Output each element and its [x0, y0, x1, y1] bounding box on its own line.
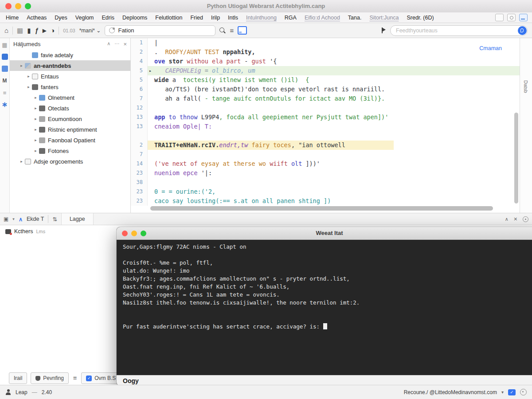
tree-item[interactable]: ▸an-eantndebs: [10, 60, 130, 71]
menu-item[interactable]: Dyes: [51, 15, 71, 21]
editor-lines: 1|2. ROOFY/AUNT TEST nppahity,4ove stor …: [131, 38, 520, 206]
search-input[interactable]: [390, 25, 528, 36]
account-label[interactable]: Recoune./ @LittedoMedinavnomst.com: [404, 389, 497, 395]
line-number: 12: [131, 103, 148, 113]
collapse-icon[interactable]: ∧: [505, 216, 509, 222]
tab-lagpe[interactable]: Lagpe: [61, 213, 94, 225]
menu-item[interactable]: Actheas: [23, 15, 51, 21]
terminal-content[interactable]: Sour,Gaps:flgmy 72AC nioms - Clapt on Cr…: [117, 240, 532, 375]
terminal-close-button[interactable]: [122, 231, 128, 236]
grid-icon[interactable]: ▦: [17, 27, 23, 34]
window-controls: [5, 3, 31, 9]
account-dropdown-icon[interactable]: ▾: [501, 390, 504, 395]
structure-icon[interactable]: [2, 66, 8, 72]
run-configuration-select[interactable]: Fation: [105, 25, 215, 36]
menu-item[interactable]: Irilp: [207, 15, 224, 21]
run-icon[interactable]: ▶: [43, 28, 47, 33]
bottom-tab-ovm-b-s[interactable]: ✓Ovm B.S: [81, 372, 121, 384]
code-text: [148, 150, 520, 159]
panel-left-label[interactable]: Ekde T: [27, 216, 44, 222]
home-icon[interactable]: ⌂: [4, 27, 8, 34]
menu-item[interactable]: Tana.: [344, 15, 366, 21]
terminal-window: Weeat Itat Sour,Gaps:flgmy 72AC nioms - …: [117, 227, 532, 386]
menu-item[interactable]: Fried: [186, 15, 207, 21]
zoom-window-button[interactable]: [25, 3, 31, 9]
terminal-minimize-button[interactable]: [131, 231, 137, 236]
menu-item[interactable]: Sredr. (6D): [403, 15, 438, 21]
plugin-icon[interactable]: ∗: [2, 102, 8, 108]
menu-item[interactable]: Intulnthuong: [242, 15, 281, 21]
tree-item[interactable]: favie adetaly: [10, 50, 130, 60]
tab-kcthers[interactable]: Kcthers Lms: [0, 225, 51, 238]
panel-separator: [48, 215, 48, 223]
menu-item[interactable]: Edris: [98, 15, 118, 21]
tree-item-label: fanters: [41, 84, 59, 90]
tree-item[interactable]: ▸Adsje orgcoements: [10, 156, 130, 167]
menu-item[interactable]: RGA: [281, 15, 301, 21]
menu-item[interactable]: Sitort:Junca: [365, 15, 403, 21]
assistant-button[interactable]: [518, 26, 527, 35]
flag-icon[interactable]: [382, 27, 386, 33]
menu-item[interactable]: Hime: [2, 15, 23, 21]
notification-bell-icon[interactable]: [520, 389, 527, 395]
device-icon[interactable]: ▮: [27, 27, 31, 34]
profile-icon[interactable]: ◑: [51, 27, 55, 34]
checks-passed-icon[interactable]: [508, 389, 516, 395]
tree-item[interactable]: ▸Oteclats: [10, 103, 130, 113]
chevron-down-icon[interactable]: ▾: [12, 217, 15, 221]
database-side-tab[interactable]: Datsb: [523, 80, 528, 93]
window-panel-icon[interactable]: ▣: [4, 216, 8, 222]
menu-item[interactable]: Intls: [224, 15, 242, 21]
tree-item[interactable]: ▸fanters: [10, 82, 130, 92]
collapse-panel-icon[interactable]: ∧: [107, 41, 110, 47]
more-options-icon[interactable]: ⋯: [114, 41, 119, 47]
scroll-top-icon[interactable]: ∧: [19, 216, 23, 223]
function-icon[interactable]: ƒ: [35, 27, 39, 34]
minimize-window-button[interactable]: [15, 3, 21, 9]
tree-item[interactable]: ▸Entaus: [10, 71, 130, 82]
search-icon[interactable]: [219, 27, 226, 34]
menu-item[interactable]: Eifio:d Achood: [301, 15, 344, 21]
notifications-doc-icon[interactable]: [519, 14, 528, 21]
line-number: 23: [131, 187, 148, 196]
tree-item[interactable]: ▸Eoumontioon: [10, 113, 130, 124]
vertical-scrollbar[interactable]: [514, 113, 518, 203]
editor-line: 6 ao/TtS) (bre ivstanDt)'don toco espe v…: [131, 85, 520, 94]
project-grid-icon[interactable]: ▦: [2, 42, 8, 48]
tree-item[interactable]: ▸Ristnic enptimment: [10, 124, 130, 135]
clock-icon[interactable]: [523, 216, 528, 222]
close-window-button[interactable]: [5, 3, 12, 9]
tree-item[interactable]: ▸Olnetment: [10, 92, 130, 103]
editor-line: 13cneaiom Ople| T:: [131, 122, 520, 131]
editor-action-link[interactable]: Cmaman: [479, 45, 502, 51]
bottom-tab-irail[interactable]: Irail: [9, 372, 27, 384]
terminal-zoom-button[interactable]: [141, 231, 146, 236]
close-icon[interactable]: ×: [514, 215, 517, 223]
code-text: caco say lousting(:== s.at on all panen …: [148, 196, 520, 206]
editor-line: 1|: [131, 38, 520, 47]
code-editor[interactable]: 1|2. ROOFY/AUNT TEST nppahity,4ove stor …: [131, 38, 520, 213]
recent-button[interactable]: [507, 14, 516, 21]
title-bar: Python Utiogal Webrarst Actitebhylim.can…: [0, 0, 532, 13]
details-view-icon[interactable]: [238, 26, 247, 35]
menu-item[interactable]: Felutlottion: [151, 15, 186, 21]
bookmark-icon[interactable]: M: [2, 78, 8, 84]
bottom-tab-pevnfing[interactable]: Pevnfing: [31, 372, 69, 384]
menu-item[interactable]: Deplooms: [118, 15, 151, 21]
horizontal-scrollbar[interactable]: [150, 206, 493, 211]
user-icon[interactable]: [5, 389, 11, 395]
git-branch-button[interactable]: *mani* ⌄: [79, 27, 101, 34]
menu-list-icon[interactable]: ≡: [230, 27, 234, 34]
layout-button[interactable]: [495, 14, 504, 21]
terminal-title-bar[interactable]: Weeat Itat: [117, 227, 532, 240]
line-number: 23: [131, 196, 148, 206]
sort-arrows-icon[interactable]: ⇅: [52, 216, 57, 223]
close-panel-icon[interactable]: ×: [123, 41, 127, 47]
todo-icon[interactable]: ≡: [2, 90, 8, 96]
commit-icon[interactable]: [2, 54, 8, 60]
tree-item[interactable]: ▸Faonboal Opatient: [10, 135, 130, 145]
tree-item[interactable]: ▸Fotones: [10, 145, 130, 156]
menu-item[interactable]: Veglom: [71, 15, 98, 21]
bottom-tab--[interactable]: =: [72, 373, 78, 383]
window-title: Python Utiogal Webrarst Actitebhylim.can…: [0, 0, 532, 12]
